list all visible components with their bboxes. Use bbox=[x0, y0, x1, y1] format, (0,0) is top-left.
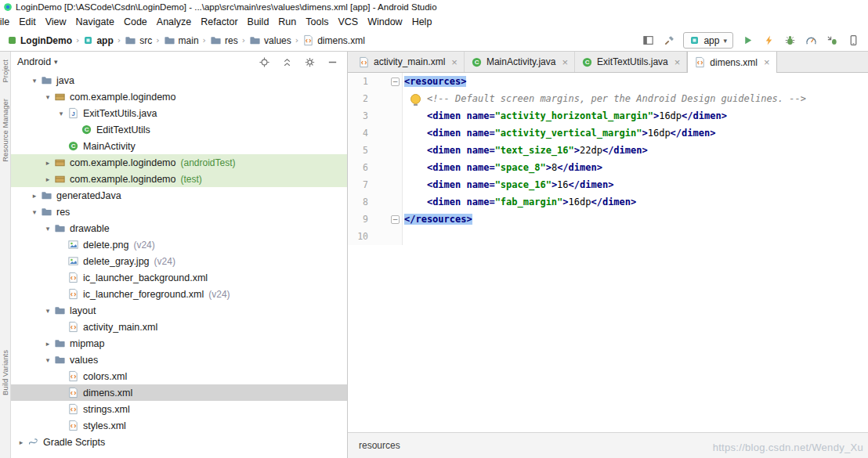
debug-icon[interactable] bbox=[783, 34, 797, 48]
tree-item-ic-launcher-foreground-xml-v24[interactable]: ic_launcher_foreground.xml(v24) bbox=[11, 286, 347, 302]
tree-item-edittextutils[interactable]: CEditTextUtils bbox=[11, 121, 347, 138]
tree-item-com-example-logindemo-androidtest[interactable]: ▸com.example.logindemo(androidTest) bbox=[11, 154, 347, 171]
code-area[interactable]: 1−<resources>2 <!-- Default screen margi… bbox=[348, 73, 868, 432]
breadcrumb-item-dimens-xml[interactable]: dimens.xml bbox=[300, 33, 367, 48]
locate-icon[interactable] bbox=[257, 55, 271, 69]
tab-activity-main-xml[interactable]: activity_main.xml× bbox=[352, 52, 465, 72]
tree-item-mainactivity[interactable]: CMainActivity bbox=[11, 138, 347, 154]
tree-item-exittextutils-java[interactable]: ▾JExitTextUtils.java bbox=[11, 105, 347, 121]
menu-item-edit[interactable]: Edit bbox=[14, 15, 41, 29]
chevron-down-icon[interactable]: ▾ bbox=[42, 93, 53, 101]
build-hammer-icon[interactable] bbox=[662, 34, 676, 48]
breadcrumb-item-main[interactable]: main bbox=[161, 33, 201, 48]
tree-item-strings-xml[interactable]: strings.xml bbox=[11, 401, 347, 417]
window-title: LoginDemo [D:\ASCode\Csdn\LoginDemo] - .… bbox=[16, 2, 437, 12]
code-line[interactable]: 2 <!-- Default screen margins, per the A… bbox=[348, 90, 868, 107]
chevron-down-icon[interactable]: ▾ bbox=[42, 307, 53, 315]
project-view-selector[interactable]: Android ▾ bbox=[17, 56, 58, 67]
tab-exittextutils-java[interactable]: CExitTextUtils.java× bbox=[575, 52, 687, 72]
tab-mainactivity-java[interactable]: CMainActivity.java× bbox=[465, 52, 575, 72]
tree-item-com-example-logindemo[interactable]: ▾com.example.logindemo bbox=[11, 88, 347, 105]
close-icon[interactable]: × bbox=[451, 57, 458, 67]
profiler-icon[interactable] bbox=[804, 34, 818, 48]
chevron-right-icon[interactable]: ▸ bbox=[29, 192, 40, 200]
menu-item-code[interactable]: Code bbox=[119, 15, 152, 29]
tree-item-colors-xml[interactable]: colors.xml bbox=[11, 368, 347, 384]
chevron-down-icon[interactable]: ▾ bbox=[42, 225, 53, 233]
tree-item-ic-launcher-background-xml[interactable]: ic_launcher_background.xml bbox=[11, 269, 347, 286]
menu-item-file[interactable]: File bbox=[0, 15, 14, 29]
code-line[interactable]: 8 <dimen name="fab_margin">16dp</dimen> bbox=[348, 193, 868, 211]
menu-item-window[interactable]: Window bbox=[363, 15, 407, 29]
code-line[interactable]: 3 <dimen name="activity_horizontal_margi… bbox=[348, 107, 868, 124]
xml-file-icon bbox=[67, 288, 79, 300]
close-icon[interactable]: × bbox=[562, 57, 568, 67]
fold-marker-icon[interactable]: − bbox=[391, 215, 400, 224]
code-line[interactable]: 4 <dimen name="activity_vertical_margin"… bbox=[348, 124, 868, 142]
tree-item-dimens-xml[interactable]: dimens.xml bbox=[11, 384, 347, 401]
fold-marker-icon[interactable]: − bbox=[391, 78, 400, 86]
chevron-right-icon[interactable]: ▸ bbox=[42, 159, 53, 167]
close-icon[interactable]: × bbox=[675, 57, 681, 67]
breadcrumb-item-values[interactable]: values bbox=[247, 33, 294, 48]
code-line[interactable]: 7 <dimen name="space_16">16</dimen> bbox=[348, 176, 868, 193]
chevron-down-icon[interactable]: ▾ bbox=[29, 77, 40, 85]
breadcrumb-item-src[interactable]: src bbox=[122, 33, 154, 48]
code-token: name= bbox=[467, 179, 495, 190]
menu-item-vcs[interactable]: VCS bbox=[333, 15, 363, 29]
chevron-right-icon[interactable]: ▸ bbox=[16, 438, 27, 446]
tool-windows-icon[interactable] bbox=[641, 34, 655, 48]
code-line[interactable]: 10 bbox=[348, 228, 868, 245]
menu-item-tools[interactable]: Tools bbox=[301, 15, 333, 29]
tree-item-delete-gray-jpg-v24[interactable]: delete_gray.jpg(v24) bbox=[11, 253, 347, 269]
menu-item-run[interactable]: Run bbox=[273, 15, 301, 29]
tree-item-values[interactable]: ▾values bbox=[11, 352, 347, 368]
tree-item-drawable[interactable]: ▾drawable bbox=[11, 220, 347, 236]
breadcrumb-item-res[interactable]: res bbox=[208, 33, 241, 48]
tool-stripe-button-build-variants[interactable]: Build Variants bbox=[1, 350, 9, 395]
tab-dimens-xml[interactable]: dimens.xml× bbox=[687, 52, 776, 73]
tree-item-delete-png-v24[interactable]: delete.png(v24) bbox=[11, 236, 347, 253]
tree-item-com-example-logindemo-test[interactable]: ▸com.example.logindemo(test) bbox=[11, 171, 347, 187]
menu-item-refactor[interactable]: Refactor bbox=[196, 15, 242, 29]
project-panel: Android ▾ ▾java▾com.example.logindemo▾JE… bbox=[11, 52, 348, 458]
breadcrumb-item-app[interactable]: app bbox=[81, 34, 115, 48]
tree-item-activity-main-xml[interactable]: activity_main.xml bbox=[11, 319, 347, 335]
collapse-all-icon[interactable] bbox=[280, 55, 294, 69]
tree-item-java[interactable]: ▾java bbox=[11, 72, 347, 88]
settings-icon[interactable] bbox=[302, 55, 316, 69]
menu-item-build[interactable]: Build bbox=[243, 15, 274, 29]
chevron-right-icon[interactable]: ▸ bbox=[42, 175, 53, 183]
chevron-down-icon[interactable]: ▾ bbox=[42, 356, 53, 364]
tool-stripe-button-project[interactable]: Project bbox=[1, 60, 9, 83]
code-line[interactable]: 1−<resources> bbox=[348, 73, 868, 90]
tree-item-mipmap[interactable]: ▸mipmap bbox=[11, 335, 347, 352]
tool-stripe-button-resource-manager[interactable]: Resource Manager bbox=[1, 99, 9, 162]
editor-breadcrumb-item[interactable]: resources bbox=[359, 440, 400, 451]
tree-item-styles-xml[interactable]: styles.xml bbox=[11, 417, 347, 434]
close-icon[interactable]: × bbox=[764, 57, 770, 67]
code-line[interactable]: 9−</resources> bbox=[348, 211, 868, 228]
tree-item-gradle-scripts[interactable]: ▸Gradle Scripts bbox=[11, 434, 347, 450]
chevron-down-icon[interactable]: ▾ bbox=[29, 208, 40, 216]
menu-item-navigate[interactable]: Navigate bbox=[71, 15, 119, 29]
tree-item-generatedjava[interactable]: ▸generatedJava bbox=[11, 187, 347, 204]
device-manager-icon[interactable] bbox=[846, 34, 860, 48]
code-line[interactable]: 6 <dimen name="space_8">8</dimen> bbox=[348, 159, 868, 176]
menu-item-analyze[interactable]: Analyze bbox=[152, 15, 196, 29]
hide-icon[interactable] bbox=[325, 55, 339, 69]
run-icon[interactable] bbox=[740, 34, 754, 48]
attach-debugger-icon[interactable] bbox=[825, 34, 839, 48]
intention-bulb-icon[interactable] bbox=[410, 94, 421, 104]
tree-item-layout[interactable]: ▾layout bbox=[11, 302, 347, 319]
menu-item-view[interactable]: View bbox=[41, 15, 71, 29]
chevron-down-icon[interactable]: ▾ bbox=[56, 110, 67, 117]
chevron-right-icon[interactable]: ▸ bbox=[42, 340, 53, 348]
run-config-select[interactable]: app ▾ bbox=[683, 32, 733, 49]
tree-item-res[interactable]: ▾res bbox=[11, 204, 347, 220]
breadcrumb-separator-icon: › bbox=[76, 35, 79, 45]
code-line[interactable]: 5 <dimen name="text_size_16">22dp</dimen… bbox=[348, 142, 868, 159]
apply-changes-icon[interactable] bbox=[761, 34, 776, 48]
menu-item-help[interactable]: Help bbox=[407, 15, 437, 29]
breadcrumb-item-logindemo[interactable]: LoginDemo bbox=[5, 34, 74, 48]
